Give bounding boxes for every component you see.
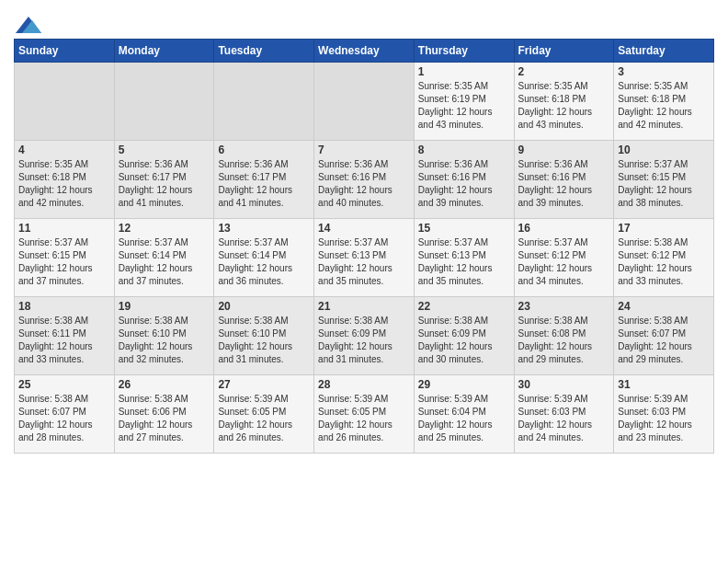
cell-content: Sunrise: 5:38 AMSunset: 6:08 PMDaylight:… bbox=[518, 315, 610, 366]
calendar-cell: 28Sunrise: 5:39 AMSunset: 6:05 PMDayligh… bbox=[314, 375, 415, 454]
cell-content: Sunrise: 5:37 AMSunset: 6:14 PMDaylight:… bbox=[119, 236, 210, 288]
sunset-label: Sunset: 6:18 PM bbox=[518, 94, 586, 104]
sunset-label: Sunset: 6:05 PM bbox=[318, 407, 386, 417]
sunset-label: Sunset: 6:18 PM bbox=[18, 172, 86, 182]
daylight-label: Daylight: 12 hours and 35 minutes. bbox=[318, 263, 392, 286]
sunrise-label: Sunrise: 5:35 AM bbox=[618, 81, 688, 91]
day-number: 27 bbox=[218, 378, 310, 391]
cell-content: Sunrise: 5:38 AMSunset: 6:06 PMDaylight:… bbox=[119, 393, 210, 444]
calendar-cell: 20Sunrise: 5:38 AMSunset: 6:10 PMDayligh… bbox=[214, 297, 314, 375]
cell-content: Sunrise: 5:38 AMSunset: 6:07 PMDaylight:… bbox=[18, 393, 110, 444]
day-number: 19 bbox=[119, 300, 210, 313]
sunset-label: Sunset: 6:16 PM bbox=[518, 172, 586, 182]
calendar-cell: 17Sunrise: 5:38 AMSunset: 6:12 PMDayligh… bbox=[614, 219, 714, 297]
sunset-label: Sunset: 6:09 PM bbox=[418, 328, 486, 339]
daylight-label: Daylight: 12 hours and 42 minutes. bbox=[18, 185, 93, 208]
sunrise-label: Sunrise: 5:38 AM bbox=[318, 316, 388, 326]
day-number: 28 bbox=[318, 378, 410, 391]
week-row-3: 11Sunrise: 5:37 AMSunset: 6:15 PMDayligh… bbox=[15, 219, 714, 297]
cell-content: Sunrise: 5:39 AMSunset: 6:05 PMDaylight:… bbox=[318, 393, 410, 444]
header-day-thursday: Thursday bbox=[414, 40, 514, 63]
daylight-label: Daylight: 12 hours and 43 minutes. bbox=[518, 107, 593, 130]
sunset-label: Sunset: 6:12 PM bbox=[618, 250, 686, 260]
calendar-cell bbox=[15, 63, 115, 141]
calendar-cell: 31Sunrise: 5:39 AMSunset: 6:03 PMDayligh… bbox=[614, 375, 714, 454]
calendar-cell: 11Sunrise: 5:37 AMSunset: 6:15 PMDayligh… bbox=[15, 219, 115, 297]
day-number: 15 bbox=[418, 222, 510, 235]
daylight-label: Daylight: 12 hours and 37 minutes. bbox=[119, 263, 193, 286]
day-number: 4 bbox=[18, 144, 110, 156]
daylight-label: Daylight: 12 hours and 39 minutes. bbox=[518, 185, 593, 208]
day-number: 11 bbox=[18, 222, 110, 235]
sunset-label: Sunset: 6:16 PM bbox=[318, 172, 386, 182]
cell-content: Sunrise: 5:35 AMSunset: 6:18 PMDaylight:… bbox=[618, 80, 710, 132]
daylight-label: Daylight: 12 hours and 29 minutes. bbox=[618, 341, 692, 364]
day-number: 22 bbox=[418, 300, 510, 313]
sunrise-label: Sunrise: 5:38 AM bbox=[618, 316, 688, 326]
calendar-cell: 22Sunrise: 5:38 AMSunset: 6:09 PMDayligh… bbox=[414, 297, 514, 375]
sunrise-label: Sunrise: 5:37 AM bbox=[18, 237, 88, 247]
sunrise-label: Sunrise: 5:38 AM bbox=[418, 316, 488, 326]
sunrise-label: Sunrise: 5:37 AM bbox=[218, 237, 288, 247]
daylight-label: Daylight: 12 hours and 33 minutes. bbox=[18, 341, 93, 364]
calendar-cell: 23Sunrise: 5:38 AMSunset: 6:08 PMDayligh… bbox=[514, 297, 614, 375]
calendar-cell bbox=[214, 63, 314, 141]
calendar-cell: 14Sunrise: 5:37 AMSunset: 6:13 PMDayligh… bbox=[314, 219, 415, 297]
header bbox=[14, 9, 714, 33]
day-number: 30 bbox=[518, 378, 610, 391]
sunrise-label: Sunrise: 5:39 AM bbox=[318, 394, 388, 404]
daylight-label: Daylight: 12 hours and 41 minutes. bbox=[119, 185, 193, 208]
sunrise-label: Sunrise: 5:37 AM bbox=[119, 237, 188, 247]
sunset-label: Sunset: 6:09 PM bbox=[318, 328, 386, 339]
daylight-label: Daylight: 12 hours and 41 minutes. bbox=[218, 185, 292, 208]
cell-content: Sunrise: 5:38 AMSunset: 6:12 PMDaylight:… bbox=[618, 236, 710, 288]
sunrise-label: Sunrise: 5:35 AM bbox=[418, 81, 488, 91]
daylight-label: Daylight: 12 hours and 34 minutes. bbox=[518, 263, 593, 286]
sunrise-label: Sunrise: 5:38 AM bbox=[119, 394, 188, 404]
calendar-table: SundayMondayTuesdayWednesdayThursdayFrid… bbox=[14, 39, 714, 454]
cell-content: Sunrise: 5:37 AMSunset: 6:15 PMDaylight:… bbox=[618, 158, 710, 210]
header-day-saturday: Saturday bbox=[614, 40, 714, 63]
calendar-cell: 13Sunrise: 5:37 AMSunset: 6:14 PMDayligh… bbox=[214, 219, 314, 297]
calendar-cell bbox=[114, 63, 214, 141]
sunrise-label: Sunrise: 5:36 AM bbox=[418, 159, 488, 169]
calendar-cell: 4Sunrise: 5:35 AMSunset: 6:18 PMDaylight… bbox=[15, 141, 115, 219]
sunrise-label: Sunrise: 5:39 AM bbox=[418, 394, 488, 404]
day-number: 16 bbox=[518, 222, 610, 235]
sunset-label: Sunset: 6:05 PM bbox=[218, 407, 286, 417]
sunset-label: Sunset: 6:17 PM bbox=[218, 172, 286, 182]
daylight-label: Daylight: 12 hours and 35 minutes. bbox=[418, 263, 493, 286]
sunrise-label: Sunrise: 5:39 AM bbox=[518, 394, 588, 404]
cell-content: Sunrise: 5:38 AMSunset: 6:09 PMDaylight:… bbox=[418, 315, 510, 366]
header-day-monday: Monday bbox=[114, 40, 214, 63]
week-row-5: 25Sunrise: 5:38 AMSunset: 6:07 PMDayligh… bbox=[15, 375, 714, 454]
sunset-label: Sunset: 6:07 PM bbox=[618, 328, 686, 339]
header-day-sunday: Sunday bbox=[15, 40, 115, 63]
day-number: 12 bbox=[119, 222, 210, 235]
sunset-label: Sunset: 6:17 PM bbox=[119, 172, 187, 182]
sunset-label: Sunset: 6:07 PM bbox=[18, 407, 86, 417]
sunset-label: Sunset: 6:08 PM bbox=[518, 328, 586, 339]
day-number: 2 bbox=[518, 65, 610, 78]
day-number: 6 bbox=[218, 144, 310, 156]
header-row: SundayMondayTuesdayWednesdayThursdayFrid… bbox=[15, 40, 714, 63]
sunrise-label: Sunrise: 5:38 AM bbox=[618, 237, 688, 247]
sunset-label: Sunset: 6:03 PM bbox=[618, 407, 686, 417]
calendar-cell: 26Sunrise: 5:38 AMSunset: 6:06 PMDayligh… bbox=[114, 375, 214, 454]
sunrise-label: Sunrise: 5:37 AM bbox=[518, 237, 588, 247]
sunrise-label: Sunrise: 5:39 AM bbox=[618, 394, 688, 404]
calendar-cell: 25Sunrise: 5:38 AMSunset: 6:07 PMDayligh… bbox=[15, 375, 115, 454]
day-number: 23 bbox=[518, 300, 610, 313]
sunrise-label: Sunrise: 5:38 AM bbox=[518, 316, 588, 326]
daylight-label: Daylight: 12 hours and 43 minutes. bbox=[418, 107, 493, 130]
cell-content: Sunrise: 5:39 AMSunset: 6:03 PMDaylight:… bbox=[518, 393, 610, 444]
sunset-label: Sunset: 6:04 PM bbox=[418, 407, 486, 417]
cell-content: Sunrise: 5:36 AMSunset: 6:16 PMDaylight:… bbox=[518, 158, 610, 210]
cell-content: Sunrise: 5:36 AMSunset: 6:16 PMDaylight:… bbox=[318, 158, 410, 210]
calendar-cell: 6Sunrise: 5:36 AMSunset: 6:17 PMDaylight… bbox=[214, 141, 314, 219]
sunset-label: Sunset: 6:10 PM bbox=[119, 328, 187, 339]
sunrise-label: Sunrise: 5:36 AM bbox=[119, 159, 188, 169]
calendar-cell: 1Sunrise: 5:35 AMSunset: 6:19 PMDaylight… bbox=[414, 63, 514, 141]
sunrise-label: Sunrise: 5:39 AM bbox=[218, 394, 288, 404]
header-day-tuesday: Tuesday bbox=[214, 40, 314, 63]
